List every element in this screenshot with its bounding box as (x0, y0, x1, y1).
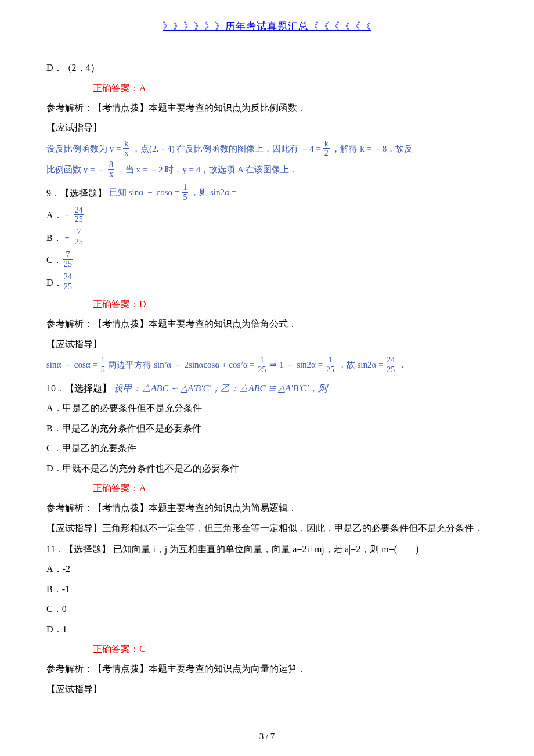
q11-stem: 已知向量 i，j 为互相垂直的单位向量，向量 a=2i+mj，若|a|=2，则 … (113, 541, 418, 558)
prev-correct-answer: 正确答案：A (93, 80, 488, 97)
text: ，则 sin2α = (190, 188, 236, 197)
text: 已知 sinα － cosα = (109, 188, 182, 197)
q11-guide-label: 【应试指导】 (46, 681, 488, 698)
q10-stem-row: 10．【选择题】 设甲：△ABC ∽ △A′B′C′；乙：△ABC ≌ △A′B… (46, 380, 488, 397)
q11-option-d: D．1 (46, 621, 488, 638)
q11-option-c: C．0 (46, 600, 488, 618)
q11-label: 11．【选择题】 (46, 541, 111, 558)
text: ，故 sin2α = (338, 361, 386, 370)
q10-label: 10．【选择题】 (46, 380, 111, 397)
fraction-1-over-5: 15 (182, 183, 188, 201)
q10-option-d: D．甲既不是乙的充分条件也不是乙的必要条件 (46, 460, 488, 477)
option-label: B． (46, 229, 60, 247)
text: ，点(2,－4) 在反比例函数的图像上，因此有 －4 = (132, 144, 323, 153)
q9-guide-math: sinα － cosα = 15 两边平方得 sin²α － 2sinαcosα… (46, 355, 407, 376)
q10-analysis: 参考解析：【考情点拨】本题主要考查的知识点为简易逻辑． (46, 499, 488, 517)
q11-option-b: B．-1 (46, 581, 488, 598)
q9-correct-answer: 正确答案：D (93, 296, 488, 313)
q10-option-c: C．甲是乙的充要条件 (46, 440, 488, 457)
q9-stem: 已知 sinα － cosα = 15 ，则 sin2α = (109, 184, 236, 203)
text: ，当 x = －2 时，y = 4，故选项 A 在该图像上． (117, 165, 298, 174)
banner-link[interactable]: 》》》》》》历年考试真题汇总《《《《《《 (163, 21, 371, 32)
q9-guide-label: 【应试指导】 (46, 336, 488, 353)
document-page: 》》》》》》历年考试真题汇总《《《《《《 D．（2，4） 正确答案：A 参考解析… (0, 0, 534, 756)
q9-stem-row: 9．【选择题】 已知 sinα － cosα = 15 ，则 sin2α = (46, 184, 488, 203)
q11-option-a: A．-2 (46, 560, 488, 578)
option-label: C． (46, 251, 60, 269)
fraction-k-over-x: kx (123, 139, 129, 158)
text: 设反比例函数为 y = (46, 144, 123, 153)
fraction: 2425 (63, 272, 73, 291)
fraction-k-over-2: k2 (323, 139, 330, 158)
option-value: － 2425 (63, 210, 84, 219)
q9-option-a: A． － 2425 (46, 206, 488, 225)
option-value: － 725 (63, 233, 84, 242)
fraction: 2425 (74, 206, 84, 224)
fraction: 125 (325, 355, 335, 374)
prev-guide-label: 【应试指导】 (46, 119, 488, 136)
fraction: 125 (257, 355, 268, 374)
q10-option-a: A．甲是乙的必要条件但不是充分条件 (46, 399, 488, 417)
prev-option-d: D．（2，4） (46, 59, 488, 77)
prev-guide-math-line2: 比例函数 y = － 8x ，当 x = －2 时，y = 4，故选项 A 在该… (46, 160, 298, 181)
text: ，解得 k = －8，故反 (331, 144, 413, 153)
text: 比例函数 y = － (46, 165, 106, 174)
prev-guide-math-line1: 设反比例函数为 y = kx ，点(2,－4) 在反比例函数的图像上，因此有 －… (46, 139, 413, 160)
header-banner: 》》》》》》历年考试真题汇总《《《《《《 (46, 17, 488, 36)
text: 两边平方得 sin²α － 2sinαcosα + cos²α = (108, 361, 257, 370)
option-value: 725 (63, 255, 73, 264)
text: ⇒ 1 － sin2α = (269, 361, 325, 370)
page-number: 3 / 7 (0, 728, 534, 745)
q9-option-c: C． 725 (46, 251, 488, 269)
q11-analysis: 参考解析：【考情点拨】本题主要考查的知识点为向量的运算． (46, 660, 488, 678)
fraction: 15 (100, 355, 106, 374)
q10-stem: 设甲：△ABC ∽ △A′B′C′；乙：△ABC ≌ △A′B′C′，则 (114, 380, 327, 397)
option-label: D． (46, 274, 60, 291)
prev-analysis: 参考解析：【考情点拨】本题主要考查的知识点为反比例函数． (46, 99, 488, 117)
fraction-8-over-x: 8x (108, 160, 114, 179)
text: ． (398, 361, 407, 370)
sign: － (63, 210, 71, 219)
fraction: 725 (63, 250, 73, 269)
fraction: 725 (74, 228, 84, 246)
q10-option-b: B．甲是乙的充分条件但不是必要条件 (46, 420, 488, 437)
q9-label: 9．【选择题】 (46, 185, 107, 202)
option-value: 2425 (63, 278, 73, 287)
q11-correct-answer: 正确答案：C (93, 640, 488, 658)
q11-stem-row: 11．【选择题】 已知向量 i，j 为互相垂直的单位向量，向量 a=2i+mj，… (46, 541, 488, 558)
q9-option-d: D． 2425 (46, 273, 488, 292)
q9-option-b: B． － 725 (46, 229, 488, 247)
q9-analysis: 参考解析：【考情点拨】本题主要考查的知识点为倍角公式． (46, 315, 488, 333)
q10-guide: 【应试指导】三角形相似不一定全等，但三角形全等一定相似，因此，甲是乙的必要条件但… (46, 520, 488, 537)
fraction: 2425 (385, 355, 396, 374)
text: sinα － cosα = (46, 361, 100, 370)
sign: － (63, 233, 71, 242)
option-label: A． (46, 207, 60, 224)
q10-correct-answer: 正确答案：A (93, 480, 488, 497)
